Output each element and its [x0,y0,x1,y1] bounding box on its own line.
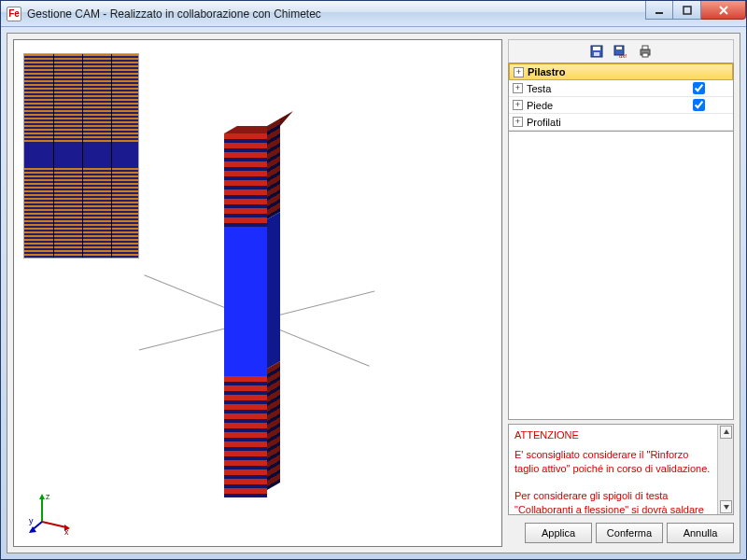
tree-item-label: Piede [527,100,553,111]
minimize-button[interactable] [645,1,673,20]
svg-rect-15 [594,52,599,56]
expand-icon[interactable]: + [514,67,524,77]
print-button[interactable] [636,42,655,61]
svg-marker-22 [724,429,729,434]
warning-line: E' sconsigliato considerare il "Rinforzo… [514,449,710,474]
tree-item-profilati[interactable]: + Profilati [509,114,733,131]
svg-text:y: y [29,516,34,525]
warning-panel: ATTENZIONE E' sconsigliato considerare i… [508,424,734,515]
svg-marker-23 [724,505,729,510]
viewport-3d[interactable]: z x y [13,39,502,547]
scroll-up-icon[interactable] [720,426,732,439]
tree-item-label: Pilastro [528,66,565,77]
side-panel: dxf + Pilastro + Testa [508,39,734,547]
scroll-down-icon[interactable] [720,500,732,513]
axis-indicator: z x y [29,490,74,535]
warning-text: ATTENZIONE E' sconsigliato considerare i… [509,425,717,514]
svg-line-7 [42,522,66,527]
cancel-button[interactable]: Annulla [667,523,734,543]
svg-text:x: x [64,527,69,535]
svg-text:dxf: dxf [619,53,627,59]
expand-icon[interactable]: + [513,83,523,93]
titlebar: Fe Gestione CAM - Realizzato in collabor… [1,1,746,27]
tree-item-testa[interactable]: + Testa [509,80,733,97]
confirm-button[interactable]: Conferma [596,523,663,543]
save-button[interactable] [587,42,606,61]
save-icon [589,44,604,59]
svg-text:z: z [46,492,50,501]
save-as-icon: dxf [613,44,628,59]
svg-rect-1 [684,7,691,14]
warning-heading: ATTENZIONE [514,428,712,442]
tree-item-checkbox[interactable] [693,82,705,94]
column-3d-model [224,133,299,525]
property-tree: + Pilastro + Testa + Piede [508,63,734,132]
app-window: Fe Gestione CAM - Realizzato in collabor… [0,0,747,560]
tree-item-piede[interactable]: + Piede [509,97,733,114]
tree-item-checkbox[interactable] [693,99,705,111]
warning-line: Per considerare gli spigoli di testa "Co… [514,490,704,514]
svg-rect-14 [593,47,600,50]
tree-item-label: Testa [527,83,551,94]
expand-icon[interactable]: + [513,100,523,110]
window-controls [645,1,746,20]
tree-item-pilastro[interactable]: + Pilastro [509,63,733,80]
svg-rect-17 [616,47,622,49]
expand-icon[interactable]: + [513,117,523,127]
app-icon: Fe [7,7,21,21]
tree-item-label: Profilati [527,117,561,128]
svg-marker-5 [39,494,45,499]
warning-scrollbar[interactable] [717,425,733,514]
client-area: z x y dxf [7,33,740,553]
window-title: Gestione CAM - Realizzato in collaborazi… [27,7,321,21]
maximize-button[interactable] [673,1,701,20]
apply-button[interactable]: Applica [525,523,592,543]
svg-rect-20 [642,46,648,49]
export-dxf-button[interactable]: dxf [612,42,630,61]
tree-filler [508,132,734,420]
side-toolbar: dxf [508,39,734,63]
close-button[interactable] [701,1,746,20]
svg-rect-21 [642,53,648,57]
print-icon [638,44,653,59]
dialog-buttons: Applica Conferma Annulla [508,519,734,547]
section-thumbnail [23,53,139,259]
